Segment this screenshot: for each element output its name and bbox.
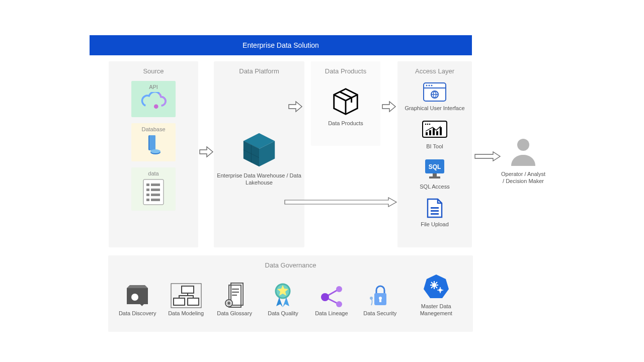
svg-rect-38: [429, 176, 440, 178]
governance-title: Data Governance: [108, 261, 473, 269]
svg-rect-2: [149, 135, 155, 150]
sql-monitor-icon: SQL: [423, 158, 446, 180]
gov-item-mdm: Master Data Manegement: [406, 273, 466, 317]
access-sql-label: SQL Access: [397, 184, 472, 191]
gui-icon: [423, 82, 447, 102]
svg-rect-7: [151, 184, 160, 186]
glossary-icon: [222, 282, 247, 308]
svg-point-27: [425, 123, 427, 125]
svg-rect-39: [431, 207, 439, 209]
svg-point-42: [517, 139, 529, 151]
svg-point-24: [431, 85, 433, 86]
list-data-icon: [141, 178, 166, 206]
svg-rect-63: [379, 298, 381, 302]
warehouse-cube-icon: [239, 130, 279, 169]
svg-rect-32: [433, 128, 435, 135]
access-bi-label: BI Tool: [397, 143, 472, 150]
svg-text:SQL: SQL: [429, 163, 441, 170]
gov-item-glossary: Data Glossary: [212, 282, 257, 317]
discovery-icon: [124, 283, 151, 308]
svg-point-59: [336, 286, 342, 292]
svg-rect-6: [146, 184, 149, 186]
svg-rect-37: [433, 173, 437, 176]
access-gui-label: Graphical User Interface: [397, 105, 472, 112]
svg-rect-30: [426, 132, 428, 135]
source-db-box: Database: [131, 123, 176, 161]
svg-rect-9: [151, 189, 160, 191]
svg-point-22: [426, 85, 428, 86]
source-panel: Source API Database data: [109, 61, 198, 247]
svg-point-58: [321, 293, 329, 301]
user-box: Operator / Analyst / Decision Maker: [501, 136, 546, 185]
svg-rect-8: [146, 189, 149, 191]
products-label: Data Products: [311, 120, 380, 127]
source-api-box: API: [131, 81, 176, 117]
arrow-products-to-access: [381, 101, 396, 113]
bi-tool-icon: [422, 120, 448, 140]
source-data-box: data: [131, 167, 176, 211]
svg-rect-49: [174, 298, 185, 305]
svg-point-67: [439, 289, 442, 292]
lineage-icon: [319, 285, 344, 308]
cloud-api-icon: [139, 92, 168, 112]
source-title: Source: [109, 67, 198, 75]
products-panel: Data Products Data Products: [311, 61, 380, 146]
source-db-label: Database: [131, 126, 176, 132]
package-icon: [330, 86, 361, 117]
source-api-label: API: [131, 84, 176, 90]
source-data-label: data: [131, 170, 176, 176]
svg-marker-44: [127, 285, 148, 288]
svg-point-4: [150, 149, 160, 153]
title-bar: Enterprise Data Solution: [90, 35, 472, 55]
gov-item-lineage: Data Lineage: [309, 285, 354, 317]
governance-panel: Data Governance Data Discovery Data Mode…: [108, 255, 473, 332]
user-label: Operator / Analyst / Decision Maker: [501, 171, 546, 185]
gov-item-modeling: Data Modeling: [164, 283, 209, 317]
svg-rect-13: [151, 199, 160, 201]
security-lock-icon: [369, 283, 390, 308]
products-title: Data Products: [311, 67, 380, 75]
access-title: Access Layer: [397, 67, 472, 75]
svg-point-60: [336, 301, 342, 307]
gov-item-quality: Data Quality: [260, 282, 305, 317]
svg-point-28: [427, 123, 429, 125]
svg-marker-65: [424, 275, 449, 298]
user-icon: [507, 136, 539, 168]
svg-rect-40: [431, 210, 439, 212]
svg-rect-34: [440, 127, 442, 135]
arrow-platform-to-products: [288, 101, 303, 113]
svg-point-64: [370, 297, 373, 300]
arrow-access-to-user: [474, 151, 501, 162]
database-icon: [143, 134, 164, 156]
svg-rect-10: [146, 194, 149, 196]
gov-item-discovery: Data Discovery: [115, 283, 160, 317]
title-text: Enterprise Data Solution: [243, 41, 319, 49]
mdm-icon: [422, 273, 450, 301]
svg-point-29: [429, 123, 431, 125]
svg-rect-48: [182, 286, 194, 293]
platform-panel: Data Platform Enterprise Data Warehouse …: [214, 61, 304, 247]
quality-badge-icon: [271, 282, 294, 308]
access-panel: Access Layer Graphical User Interface BI…: [397, 61, 472, 247]
svg-point-66: [432, 283, 436, 287]
gov-item-security: Data Security: [357, 283, 403, 317]
arrow-platform-to-access-long: [284, 197, 397, 207]
svg-rect-41: [431, 213, 439, 215]
modeling-icon: [171, 283, 202, 308]
svg-rect-11: [151, 194, 160, 196]
warehouse-label: Enterprise Data Warehouse / Data Lakehou…: [214, 172, 304, 187]
svg-rect-50: [188, 298, 199, 305]
arrow-source-to-platform: [199, 146, 214, 158]
svg-rect-31: [429, 130, 431, 135]
platform-title: Data Platform: [214, 67, 304, 75]
svg-point-23: [429, 85, 430, 86]
file-upload-icon: [426, 198, 444, 218]
svg-rect-33: [436, 131, 438, 135]
svg-rect-12: [146, 199, 149, 201]
access-upload-label: File Upload: [397, 221, 472, 228]
svg-point-0: [154, 104, 158, 109]
